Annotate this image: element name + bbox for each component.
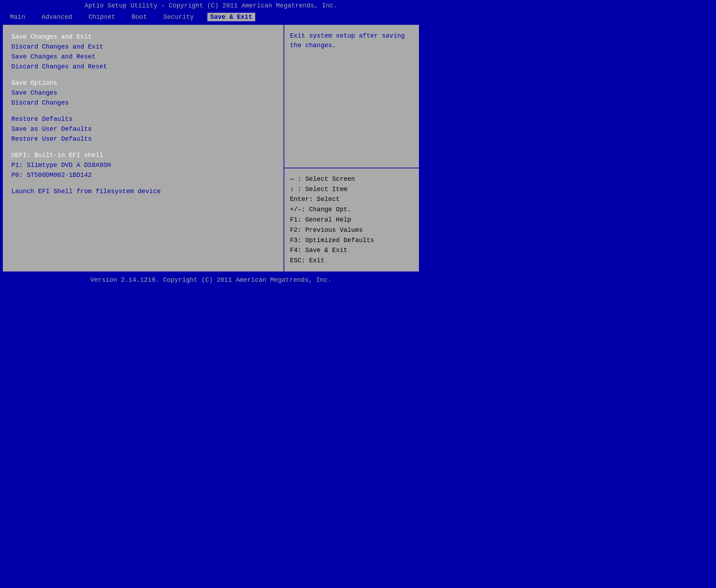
nav-bar: MainAdvancedChipsetBootSecuritySave & Ex… <box>0 11 422 23</box>
nav-item-main[interactable]: Main <box>7 13 28 21</box>
key-help-item: ↕ : Select Item <box>290 184 413 195</box>
title-text: Aptio Setup Utility – Copyright (C) 2011… <box>85 2 337 9</box>
menu-item-p1--slimtype-dvd-a-ds8a9sh[interactable]: P1: Slimtype DVD A DS8A9SH <box>11 160 275 170</box>
left-panel: Save Changes and ExitDiscard Changes and… <box>3 25 284 271</box>
menu-item-discard-changes-and-reset[interactable]: Discard Changes and Reset <box>11 62 275 72</box>
help-text: Exit system setup after saving the chang… <box>284 25 419 168</box>
nav-item-boot[interactable]: Boot <box>129 13 150 21</box>
key-help-item: F1: General Help <box>290 215 413 225</box>
key-help-item: Enter: Select <box>290 194 413 205</box>
footer-text: Version 2.14.1219. Copyright (C) 2011 Am… <box>90 276 332 284</box>
nav-item-advanced[interactable]: Advanced <box>39 13 75 21</box>
key-help-item: ESC: Exit <box>290 256 413 266</box>
menu-item-uefi--built-in-efi-shell: UEFI: Built-in EFI shell <box>11 150 275 160</box>
menu-item-launch-efi-shell-from-filesystem-device[interactable]: Launch EFI Shell from filesystem device <box>11 186 275 196</box>
menu-item-restore-user-defaults[interactable]: Restore User Defaults <box>11 134 275 144</box>
key-help-item: F4: Save & Exit <box>290 245 413 256</box>
menu-item-discard-changes-and-exit[interactable]: Discard Changes and Exit <box>11 42 275 52</box>
main-content: Save Changes and ExitDiscard Changes and… <box>2 24 420 272</box>
menu-item-save-changes-and-exit: Save Changes and Exit <box>11 32 275 42</box>
menu-gap <box>11 144 275 150</box>
menu-item-discard-changes[interactable]: Discard Changes <box>11 98 275 108</box>
menu-item-save-options: Save Options <box>11 78 275 88</box>
nav-item-security[interactable]: Security <box>160 13 196 21</box>
key-help-item: F2: Previous Values <box>290 225 413 235</box>
key-help-item: ↔ : Select Screen <box>290 174 413 184</box>
title-bar: Aptio Setup Utility – Copyright (C) 2011… <box>0 0 422 11</box>
menu-gap <box>11 180 275 186</box>
key-help: ↔ : Select Screen↕ : Select ItemEnter: S… <box>284 168 419 271</box>
nav-item-chipset[interactable]: Chipset <box>86 13 118 21</box>
menu-item-restore-defaults[interactable]: Restore Defaults <box>11 114 275 124</box>
menu-gap <box>11 108 275 114</box>
menu-gap <box>11 72 275 78</box>
menu-item-p0--st500dm002-1bd142[interactable]: P0: ST500DM002-1BD142 <box>11 170 275 180</box>
key-help-item: F3: Optimized Defaults <box>290 235 413 246</box>
menu-item-save-as-user-defaults[interactable]: Save as User Defaults <box>11 124 275 134</box>
footer: Version 2.14.1219. Copyright (C) 2011 Am… <box>0 274 422 286</box>
help-description: Exit system setup after saving the chang… <box>290 32 405 49</box>
key-help-item: +/–: Change Opt. <box>290 205 413 215</box>
menu-item-save-changes[interactable]: Save Changes <box>11 88 275 98</box>
menu-item-save-changes-and-reset[interactable]: Save Changes and Reset <box>11 52 275 62</box>
nav-item-save-and-exit[interactable]: Save & Exit <box>207 13 255 21</box>
right-panel: Exit system setup after saving the chang… <box>284 25 419 271</box>
